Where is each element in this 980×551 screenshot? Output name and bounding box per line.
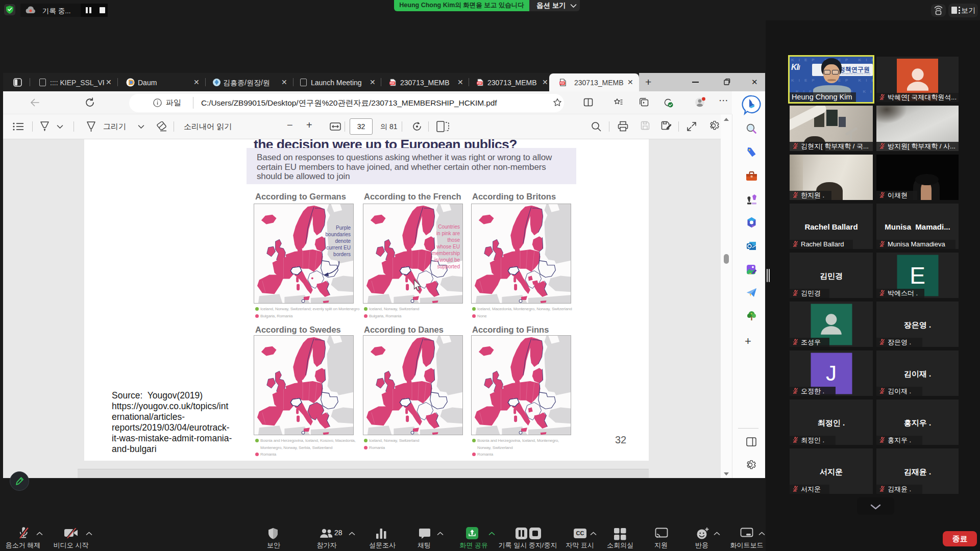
svg-text:PDF: PDF (560, 82, 565, 85)
svg-text:PDF: PDF (390, 82, 395, 85)
svg-text:PDF: PDF (477, 82, 482, 85)
